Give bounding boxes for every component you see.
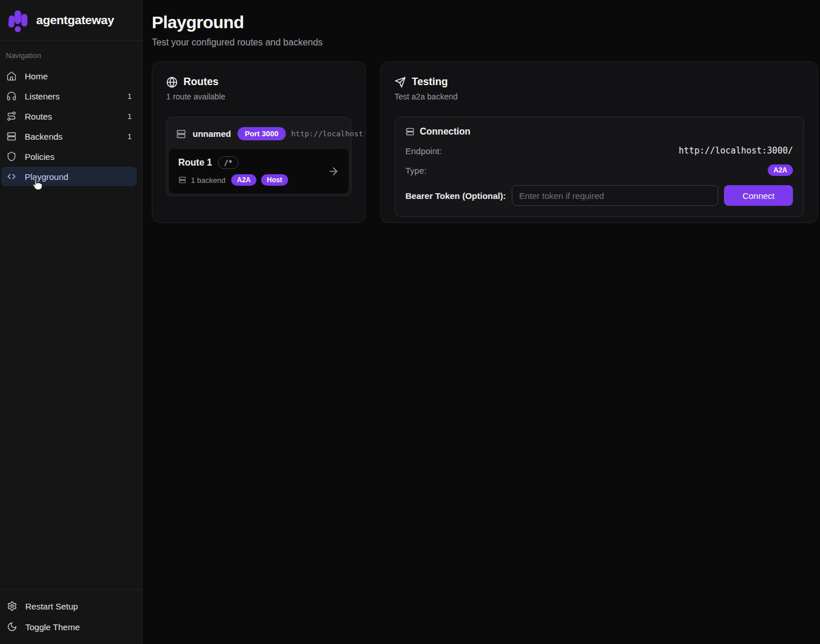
- sidebar-item-label: Routes: [25, 112, 52, 121]
- sidebar-item-label: Policies: [25, 152, 55, 162]
- routes-card-subtitle: 1 route available: [166, 92, 351, 101]
- restart-setup-label: Restart Setup: [25, 601, 78, 611]
- gear-icon: [7, 601, 17, 611]
- sidebar-item-label: Home: [25, 71, 48, 81]
- endpoint-label: Endpoint:: [405, 146, 442, 156]
- cards-row: Routes 1 route available unnamed Port 30…: [152, 62, 818, 223]
- app-logo[interactable]: agentgateway: [0, 0, 142, 41]
- route-icon: [6, 111, 17, 121]
- sidebar-item-listeners[interactable]: Listeners 1: [1, 86, 137, 106]
- listener-row: unnamed Port 3000 http://localhost:3000/: [169, 120, 348, 148]
- sidebar-item-label: Backends: [25, 132, 63, 141]
- listeners-count-badge: 1: [128, 92, 132, 101]
- toggle-theme-button[interactable]: Toggle Theme: [6, 616, 136, 637]
- sidebar-item-backends[interactable]: Backends 1: [1, 126, 137, 146]
- server-icon: [178, 176, 186, 184]
- routes-card-title: Routes: [183, 76, 219, 88]
- sidebar-item-routes[interactable]: Routes 1: [1, 106, 137, 126]
- code-icon: [6, 171, 17, 182]
- send-icon: [394, 76, 406, 88]
- route-path-badge: /*: [218, 156, 239, 169]
- endpoint-row: Endpoint: http://localhost:3000/: [405, 145, 793, 156]
- page-subtitle: Test your configured routes and backends: [152, 37, 818, 48]
- host-badge: Host: [261, 174, 288, 186]
- listener-name: unnamed: [193, 129, 231, 139]
- home-icon: [6, 71, 17, 81]
- nav-section-label: Navigation: [0, 41, 142, 66]
- arrow-right-icon: [328, 166, 339, 177]
- routes-card: Routes 1 route available unnamed Port 30…: [152, 62, 366, 223]
- shield-icon: [6, 151, 17, 162]
- sidebar-item-label: Listeners: [25, 91, 60, 101]
- testing-card-title: Testing: [412, 76, 448, 88]
- sidebar-item-home[interactable]: Home: [1, 66, 137, 86]
- listener-url: http://localhost:3000/: [291, 129, 366, 138]
- globe-icon: [166, 76, 178, 88]
- sidebar-footer: Restart Setup Toggle Theme: [0, 589, 142, 644]
- server-icon: [405, 127, 415, 136]
- server-icon: [6, 131, 17, 141]
- type-badge: A2A: [768, 164, 793, 176]
- connection-panel: Connection Endpoint: http://localhost:30…: [394, 117, 804, 217]
- agentgateway-logo-icon: [7, 8, 29, 32]
- sidebar: agentgateway Navigation Home Listeners 1…: [0, 0, 143, 644]
- a2a-badge: A2A: [231, 174, 256, 186]
- sidebar-item-policies[interactable]: Policies: [1, 147, 137, 166]
- moon-icon: [7, 622, 17, 632]
- server-icon: [176, 129, 186, 139]
- main-content: Playground Test your configured routes a…: [143, 0, 820, 644]
- sidebar-item-playground[interactable]: Playground: [1, 167, 137, 186]
- bearer-token-label: Bearer Token (Optional):: [405, 191, 506, 201]
- connect-button[interactable]: Connect: [724, 185, 793, 206]
- restart-setup-button[interactable]: Restart Setup: [6, 596, 136, 616]
- route-row[interactable]: Route 1 /* 1 backend A2A Host: [169, 149, 348, 193]
- connection-title: Connection: [420, 126, 470, 137]
- type-label: Type:: [405, 166, 427, 175]
- route-name: Route 1: [178, 158, 212, 168]
- sidebar-item-label: Playground: [25, 172, 68, 182]
- sidebar-nav: Home Listeners 1 Routes 1 Backends 1: [0, 66, 142, 187]
- bearer-token-row: Bearer Token (Optional): Connect: [405, 185, 793, 206]
- port-badge: Port 3000: [237, 127, 286, 140]
- backends-count-badge: 1: [128, 132, 132, 141]
- app-name: agentgateway: [36, 13, 114, 27]
- toggle-theme-label: Toggle Theme: [25, 622, 80, 632]
- backend-count: 1 backend: [191, 176, 225, 185]
- routes-count-badge: 1: [128, 112, 132, 121]
- page-title: Playground: [152, 13, 818, 32]
- bearer-token-input[interactable]: [512, 185, 718, 206]
- listener-group: unnamed Port 3000 http://localhost:3000/…: [166, 117, 351, 196]
- endpoint-value: http://localhost:3000/: [679, 145, 793, 156]
- type-row: Type: A2A: [405, 164, 793, 176]
- headphones-icon: [6, 91, 17, 101]
- route-info: Route 1 /* 1 backend A2A Host: [178, 156, 288, 186]
- testing-card-subtitle: Test a2a backend: [394, 92, 804, 101]
- testing-card: Testing Test a2a backend Connection Endp…: [380, 62, 818, 223]
